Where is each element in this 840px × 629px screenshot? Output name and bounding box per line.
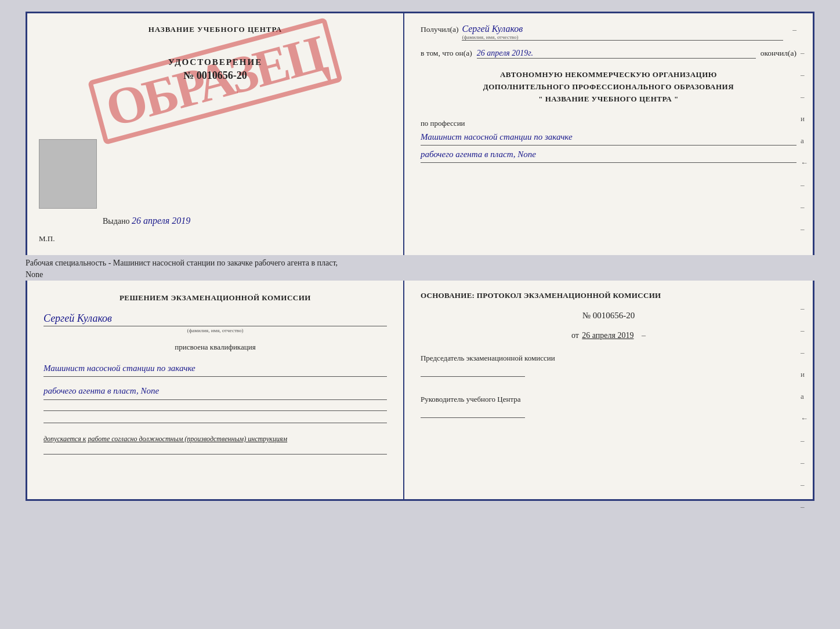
top-right-panel: Получил(a) Сергей Кулаков (фамилия, имя,… xyxy=(404,13,813,255)
vydano-date: 26 апреля 2019 xyxy=(132,216,190,226)
prisvoena-label: присвоена квалификация xyxy=(44,343,387,352)
qual-line2: рабочего агента в пласт, None xyxy=(44,383,387,400)
bottom-lines xyxy=(44,410,387,423)
profession-line1: Машинист насосной станции по закачке xyxy=(421,129,796,146)
komissia-title: Решением экзаменационной комиссии xyxy=(44,292,387,304)
right-dashes-bottom: – – – и а ← – – – – xyxy=(801,304,808,511)
poluchil-row: Получил(a) Сергей Кулаков (фамилия, имя,… xyxy=(421,24,796,41)
familiya-hint: (фамилия, имя, отчество) xyxy=(462,34,783,40)
dopuskaetsya-block: допускается к работе согласно должностны… xyxy=(44,435,387,443)
line1 xyxy=(44,410,387,411)
separator-area: Рабочая специальность - Машинист насосно… xyxy=(26,255,814,281)
name-value: Сергей Кулаков xyxy=(44,312,387,326)
qual-line1: Машинист насосной станции по закачке xyxy=(44,360,387,377)
protocol-date-row: от 26 апреля 2019 – xyxy=(421,331,796,340)
bottom-left-panel: Решением экзаменационной комиссии Сергей… xyxy=(27,281,404,499)
udostoverenie-block: УДОСТОВЕРЕНИЕ № 0010656-20 xyxy=(168,57,263,82)
poluchil-label: Получил(a) xyxy=(421,25,459,34)
udostoverenie-number: № 0010656-20 xyxy=(168,70,263,82)
udostoverenie-title: УДОСТОВЕРЕНИЕ xyxy=(168,57,263,67)
vydano-line: Выдано 26 апреля 2019 xyxy=(103,216,190,226)
predsedatel-label: Председатель экзаменационной комиссии xyxy=(421,353,796,363)
osnovanie-title: Основание: протокол экзаменационной коми… xyxy=(421,291,796,300)
rukovoditel-block: Руководитель учебного Центра xyxy=(421,394,796,418)
name-familiya-hint: (фамилия, имя, отчество) xyxy=(44,328,387,333)
profession-line2: рабочего агента в пласт, None xyxy=(421,147,796,163)
predsedatel-line xyxy=(421,376,525,377)
line2 xyxy=(44,423,387,423)
org-block: АВТОНОМНУЮ НЕКОММЕРЧЕСКУЮ ОРГАНИЗАЦИЮ ДО… xyxy=(421,69,796,105)
specialty-none: None xyxy=(26,270,814,279)
v-tom-date: 26 апреля 2019г. xyxy=(477,49,756,59)
line3 xyxy=(44,454,387,455)
predsedatel-block: Председатель экзаменационной комиссии xyxy=(421,353,796,377)
rukovoditel-label: Руководитель учебного Центра xyxy=(421,394,796,405)
specialty-full-label: Рабочая специальность - Машинист насосно… xyxy=(26,259,814,270)
protocol-number: № 0010656-20 xyxy=(421,311,796,321)
top-center-title: НАЗВАНИЕ УЧЕБНОГО ЦЕНТРА xyxy=(149,25,283,34)
okonchil-label: окончил(а) xyxy=(761,49,796,58)
dopuskaetsya-value: работе согласно должностным (производств… xyxy=(88,435,287,443)
po-professii-label: по профессии xyxy=(421,119,465,128)
photo-placeholder xyxy=(39,139,97,209)
vydano-label: Выдано xyxy=(103,217,130,226)
poluchil-value: Сергей Кулаков (фамилия, имя, отчество) xyxy=(462,24,783,41)
rukovoditel-line xyxy=(421,417,525,418)
dash-after-name: – xyxy=(792,25,796,34)
bottom-right-panel: Основание: протокол экзаменационной коми… xyxy=(404,281,813,499)
name-block: Сергей Кулаков (фамилия, имя, отчество) xyxy=(44,310,387,333)
v-tom-label: в том, что он(а) xyxy=(421,49,472,58)
bottom-certificate: Решением экзаменационной комиссии Сергей… xyxy=(26,281,814,501)
right-dashes: – – – и а ← – – – xyxy=(801,48,808,234)
v-tom-row: в том, что он(а) 26 апреля 2019г. окончи… xyxy=(421,49,796,59)
top-left-panel: НАЗВАНИЕ УЧЕБНОГО ЦЕНТРА ОБРАЗЕЦ УДОСТОВ… xyxy=(27,13,404,255)
profession-block: по профессии Машинист насосной станции п… xyxy=(421,118,796,163)
top-certificate: НАЗВАНИЕ УЧЕБНОГО ЦЕНТРА ОБРАЗЕЦ УДОСТОВ… xyxy=(26,12,814,255)
protocol-date-value: 26 апреля 2019 xyxy=(582,331,633,340)
mp-label: М.П. xyxy=(39,234,55,243)
